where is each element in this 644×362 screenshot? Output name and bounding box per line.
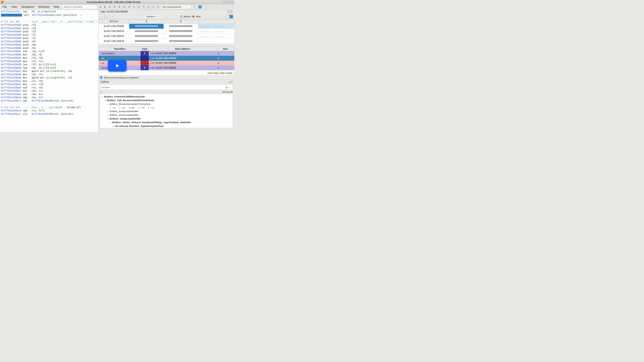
calltree-node[interactable]: ▾ Builtins_CEntry_Return1_DontSaveFPRegs… <box>101 121 232 124</box>
copy6-icon[interactable]: ⎘ <box>156 5 160 9</box>
transition-row[interactable]: »#214286917Rlin:0x467c00c080004 <box>99 51 234 56</box>
calltree-close-icon[interactable]: × <box>231 80 233 83</box>
jump-link[interactable]: ↥ +10 <box>148 106 154 109</box>
nav-fwd-icon[interactable]: ► <box>103 5 107 9</box>
calltree-node[interactable]: ▸ Builtins_JumpLoopHandler <box>101 109 232 113</box>
filter2-icon[interactable]: ▼ <box>113 5 116 9</box>
hex-row[interactable]: 0x467c00c0802000000000000000000000000000… <box>99 34 234 39</box>
disasm-line[interactable]: # 214 162 918 ---- std::__1::__sort+0x48… <box>0 106 98 109</box>
disasm-line[interactable]: 0x7ff81ee58ac2 jbe 0x7ff81ee58e980x3d6 (… <box>0 99 98 103</box>
hex-table[interactable]: Offset080x467c00c08000000000000000000000… <box>98 19 234 44</box>
calltree-node[interactable]: ▸ Builtins_JumpLoopHandler <box>101 113 232 117</box>
disasm-line[interactable]: 0x7ff81ee58a80 push r15 <box>0 23 98 27</box>
disasm-line[interactable]: 0x7ff81ee58a8a push rbp <box>0 43 98 46</box>
copy3-icon[interactable]: ⎘ <box>142 5 146 9</box>
hex-row[interactable]: 0x467c00c0801000000000000000000000000000… <box>99 29 234 34</box>
disasm-line[interactable]: 0x7ff81ee58abe cmp rax, 0x5 <box>0 96 98 99</box>
panel-undock-icon[interactable]: ▭ <box>227 10 230 13</box>
disasm-line[interactable]: 0x7ff81ee58ab1 mov rcx, r13 <box>0 83 98 86</box>
disasm-line[interactable]: 0x7ff81ee58a8b push rbx <box>0 46 98 50</box>
disasm-line[interactable]: 0x7ff81ee58aa6 mov rdi, rsi <box>0 73 98 76</box>
disasm-line[interactable]: 0x7ff81ee58a84 push r13 <box>0 30 98 33</box>
calltree-node[interactable]: ↧ +10↧ +50⇅ 469↥ +50↥ +10 <box>101 106 232 109</box>
disasm-line[interactable]: 0x7ff81ee58a96 mov rsi, rcx <box>0 60 98 63</box>
disasm-line[interactable]: 0x7ff81ee58a82 push r14 <box>0 27 98 30</box>
after-radio[interactable] <box>192 15 194 18</box>
menu-navigation[interactable]: Navigation <box>20 5 36 9</box>
crumbs-back-icon[interactable]: ↤ <box>100 90 102 94</box>
nav-back-icon[interactable]: ◄ <box>98 5 102 9</box>
calltree-node[interactable]: ▾ Builtins_JumpLoopHandler <box>101 117 232 121</box>
close-button[interactable]: × <box>230 1 234 3</box>
hex-width-dropdown[interactable]: QWord▼ <box>144 14 159 19</box>
disasm-line[interactable]: 0x7ff81ee58ab4 sub rcx, rdi <box>0 86 98 89</box>
copy1-icon[interactable]: ⎘ <box>132 5 136 9</box>
disasm-line[interactable]: 0x7ff81ee58aa1 mov qword ptr ss:[rsp+0x4… <box>0 69 98 73</box>
filter4-icon[interactable]: ▼ <box>122 5 126 9</box>
hex-home-button[interactable]: ⌂ <box>105 14 110 19</box>
lock-icon[interactable]: 🔓 <box>225 86 228 88</box>
view-toggle-2[interactable] <box>230 15 233 18</box>
menu-windows[interactable]: Windows <box>37 5 51 9</box>
disassembly-pane[interactable]: 0x7ff81ee579c7 lea r8, ss:[rsp+0x38] cal… <box>0 10 98 132</box>
disasm-line[interactable]: 0x7ff81ee58a90 mov rbx, r8 <box>0 53 98 56</box>
disasm-line[interactable]: 0x7ff81ee58aba sar rax, 0x2 <box>0 93 98 96</box>
disasm-line[interactable]: 0x7ff81ee58a86 push r12 <box>0 33 98 37</box>
hex-row[interactable]: 0x467c00c0803000000000000000000000000000… <box>99 39 234 44</box>
disasm-line[interactable] <box>0 102 98 106</box>
disasm-line[interactable]: 0x7ff81ee58a9d lea rax, ds:[r13-0x8] <box>0 66 98 70</box>
calltree-node[interactable]: ▾ v8::internal::Runtime_TypedArraySortFa… <box>101 124 232 128</box>
jump-link[interactable]: ↥ +50 <box>138 106 144 109</box>
disasm-line[interactable]: 0x7ff81ee58aae mov rsi, rdi <box>0 79 98 83</box>
calltree-node[interactable]: ▸ Builtins_ResumeGeneratorTrampoline <box>101 102 232 106</box>
filter5-icon[interactable]: ▼ <box>127 5 131 9</box>
play-button-overlay[interactable] <box>108 60 126 71</box>
disasm-line[interactable]: 0x7ff81ee58a8c sub rsp, 0x48 <box>0 50 98 53</box>
disasm-line[interactable]: 0x7ff81ee58a99 lea r12, ds:[r13-0x4] <box>0 63 98 66</box>
calltree-node[interactable]: ▾ Builtins_Call_ReceiverIsNullOrUndefine… <box>101 99 232 102</box>
disasm-line[interactable]: 0x7ff81ee579c7 lea r8, ss:[rsp+0x38] <box>0 10 98 13</box>
panel-close-icon[interactable]: × <box>230 10 233 13</box>
hex-row[interactable]: 0x467c00c0800000000000000000000000000000… <box>99 24 234 29</box>
disasm-line[interactable]: 0x7ff81ee58aa9 mov qword ptr ss:[rsp+0x3… <box>0 76 98 79</box>
help-icon[interactable]: ? <box>198 5 202 9</box>
before-radio[interactable] <box>180 15 182 18</box>
show-history-row: Show access history of selection <box>98 76 234 80</box>
jump-link[interactable]: ↧ +50 <box>119 106 126 109</box>
disasm-line[interactable]: 0x7ff81ee58a89 push rdi <box>0 40 98 43</box>
minimize-button[interactable]: – <box>222 1 226 3</box>
copy2-icon[interactable]: ⎘ <box>137 5 141 9</box>
disasm-line[interactable]: 0x7ff81ee58ac8 cmp rcx, 0x7b <box>0 109 98 112</box>
jump-link[interactable]: ↧ +10 <box>109 106 116 109</box>
menu-view[interactable]: View <box>10 5 19 9</box>
calltree-node[interactable]: ▾ Builtins_PromiseFulfillReactionJob <box>101 95 232 99</box>
calltree-title: Calltree <box>100 80 109 83</box>
app-icon <box>1 1 4 3</box>
symbol-menu-icon[interactable]: ≡ <box>229 86 231 88</box>
hex-back-button[interactable]: ‹ <box>100 14 104 19</box>
filter3-icon[interactable]: ▼ <box>118 5 121 9</box>
sync-dropdown-arrow[interactable]: ▼ <box>192 5 196 9</box>
disasm-line[interactable]: 0x7ff81ee58a93 mov r13, rdx <box>0 56 98 60</box>
disasm-line[interactable]: 0x7ff81ee58a88 push rsi <box>0 36 98 40</box>
view-toggle-1[interactable] <box>226 15 229 18</box>
disasm-line[interactable]: 0x7ff81ee58acc jle 0x7ff81ee58f680x49c (… <box>0 112 98 116</box>
disasm-line[interactable]: call 0x7ff81ee58a800x10b4 ($+0x10b4) ★ <box>0 13 98 17</box>
disasm-line[interactable]: # 214 162 894 ---- void __cdecl std::__1… <box>0 20 98 23</box>
symbol-input[interactable]: Symbol 🔓 ≡ <box>100 85 233 90</box>
menu-help[interactable]: Help <box>52 5 61 9</box>
calltree-undock-icon[interactable]: ▭ <box>228 80 231 83</box>
disasm-line[interactable]: 0x7ff81ee58ab7 mov rax, rcx <box>0 89 98 93</box>
disasm-line[interactable] <box>0 17 98 20</box>
calltree[interactable]: ▾ Builtins_PromiseFulfillReactionJob ▾ B… <box>100 94 233 128</box>
menu-file[interactable]: File <box>1 5 8 9</box>
copy4-icon[interactable]: ⎘ <box>146 5 150 9</box>
filter1-icon[interactable]: ▼ <box>108 5 112 9</box>
copy5-icon[interactable]: ⎘ <box>151 5 155 9</box>
maximize-button[interactable]: □ <box>226 1 230 3</box>
jump-link[interactable]: ⇅ 469 <box>128 106 135 109</box>
show-history-checkbox[interactable] <box>100 76 102 78</box>
sync-dropdown[interactable]: Not synchronized <box>161 5 192 9</box>
jump-input[interactable] <box>62 5 97 9</box>
hex-fwd-button[interactable]: › <box>110 14 114 19</box>
